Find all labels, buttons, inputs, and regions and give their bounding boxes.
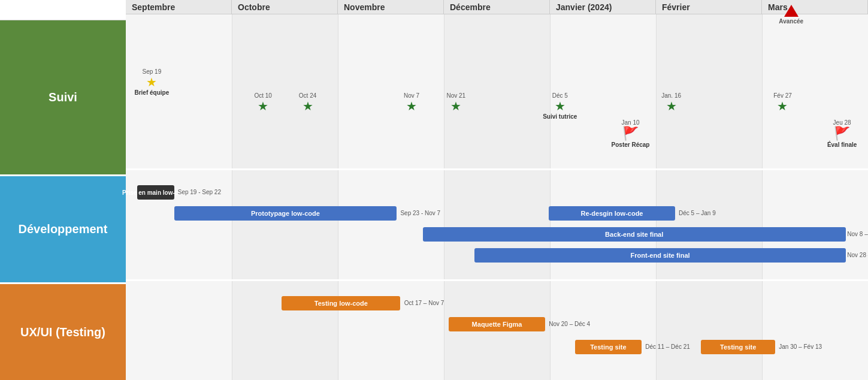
bar-date-outside-1: Sep 23 - Nov 7 [400, 206, 440, 221]
grid-line-4 [550, 14, 551, 168]
dev-bar-1: Prototypage low-code [174, 206, 397, 221]
milestone-7: Fév 27 ★ [773, 92, 792, 113]
milestone-date-9: Jeu 28 [833, 119, 851, 126]
bar-date-outside-2: Déc 5 – Jan 9 [679, 206, 716, 221]
section-ux: Testing low-codeOct 17 – Nov 7Maquette F… [126, 281, 868, 380]
star-green-icon: ★ [555, 99, 565, 113]
star-gold-icon: ★ [146, 75, 157, 89]
col-bg-1 [232, 14, 338, 168]
flag-icon: 🚩 [622, 126, 639, 141]
ux-bar-label-0: Testing low-code [310, 300, 373, 307]
months-row: SeptembreOctobreNovembreDécembreJanvier … [126, 0, 868, 14]
avancee-marker: Avancée [779, 5, 803, 25]
bar-date-outside-3: Nov 8 – Mar 26 [847, 227, 868, 242]
ux-bar-label-1: Maquette Figma [467, 321, 527, 328]
milestone-date-4: Nov 21 [447, 92, 466, 99]
star-green-icon: ★ [258, 99, 268, 113]
grid-line-6 [762, 170, 763, 279]
month-cell-1: Octobre [232, 0, 338, 14]
milestone-date-2: Oct 24 [299, 92, 316, 99]
star-green-icon: ★ [450, 99, 461, 113]
month-cell-5: Février [656, 0, 762, 14]
milestone-date-5: Déc 5 [552, 92, 568, 99]
star-green-icon: ★ [777, 99, 788, 113]
gantt-container: Suivi Développement UX/UI (Testing) Sept… [0, 0, 868, 380]
bar-date-outside-0: Sep 19 - Sep 22 [178, 185, 221, 200]
milestone-date-1: Oct 10 [254, 92, 271, 99]
milestone-3: Nov 7 ★ [404, 92, 419, 113]
milestone-2: Oct 24 ★ [299, 92, 316, 113]
dev-bar-0: Prise en main low-code [137, 185, 174, 200]
month-cell-4: Janvier (2024) [550, 0, 656, 14]
label-header [0, 0, 126, 20]
ux-bar-date-1: Nov 20 – Déc 4 [549, 317, 590, 331]
col-bg-3 [444, 170, 550, 279]
milestone-date-7: Fév 27 [773, 92, 792, 99]
milestone-1: Oct 10 ★ [254, 92, 271, 113]
ux-bar-label-2: Testing site [585, 343, 631, 351]
label-ux: UX/UI (Testing) [0, 284, 126, 380]
bar-label-1: Prototypage low-code [246, 210, 325, 217]
ux-bar-2: Testing site [575, 340, 642, 354]
milestone-label-5: Suivi tutrice [543, 113, 577, 120]
milestone-label-8: Poster Récap [612, 141, 650, 148]
gantt-content: Sep 19 ★ Brief équipe Oct 10 ★ Oct 24 ★ … [126, 14, 868, 380]
label-suivi: Suivi [0, 20, 126, 176]
grid-line-4 [550, 170, 551, 279]
bar-label-2: Re-desgin low-code [576, 210, 648, 217]
milestone-0: Sep 19 ★ Brief équipe [134, 68, 169, 96]
star-green-icon: ★ [406, 99, 417, 113]
grid-line-2 [338, 170, 338, 279]
dev-bar-3: Back-end site final [423, 227, 846, 242]
ux-bar-0: Testing low-code [282, 296, 400, 310]
col-bg-1 [232, 170, 338, 279]
col-bg-5 [656, 170, 762, 279]
label-dev: Développement [0, 176, 126, 284]
col-bg-5 [656, 14, 762, 168]
milestone-label-0: Brief équipe [134, 89, 169, 96]
dev-bar-2: Re-desgin low-code [549, 206, 675, 221]
bar-date-outside-4: Nov 28 – Mar 26 [847, 248, 868, 263]
milestone-8: Jan 10 🚩 Poster Récap [612, 119, 650, 148]
col-bg-5 [656, 281, 762, 380]
month-cell-2: Novembre [338, 0, 444, 14]
gantt-grid: SeptembreOctobreNovembreDécembreJanvier … [126, 0, 868, 380]
grid-line-6 [762, 14, 763, 168]
ux-bar-label-3: Testing site [715, 343, 761, 351]
milestone-label-9: Éval finale [827, 141, 857, 148]
avancee-triangle [784, 5, 799, 17]
col-bg-3 [444, 14, 550, 168]
section-suivi: Sep 19 ★ Brief équipe Oct 10 ★ Oct 24 ★ … [126, 14, 868, 170]
milestone-6: Jan. 16 ★ [661, 92, 681, 113]
star-green-icon: ★ [303, 99, 313, 113]
ux-bar-date-3: Jan 30 – Fév 13 [779, 340, 822, 354]
bar-label-4: Front-end site final [626, 252, 695, 259]
dev-bar-4: Front-end site final [474, 248, 846, 263]
star-green-icon: ★ [666, 99, 677, 113]
ux-bar-1: Maquette Figma [449, 317, 545, 331]
month-cell-6: Mars [762, 0, 868, 14]
milestone-5: Déc 5 ★ Suivi tutrice [543, 92, 577, 120]
flag-icon: 🚩 [834, 126, 850, 141]
milestone-4: Nov 21 ★ [447, 92, 466, 113]
grid-line-2 [338, 14, 338, 168]
milestone-9: Jeu 28 🚩 Éval finale [827, 119, 857, 148]
ux-bar-date-2: Déc 11 – Déc 21 [645, 340, 690, 354]
grid-line-6 [762, 281, 763, 380]
ux-bar-date-0: Oct 17 – Nov 7 [404, 296, 444, 310]
section-dev: Prise en main low-codePrototypage low-co… [126, 170, 868, 281]
bar-label-3: Back-end site final [600, 231, 668, 238]
ux-bar-3: Testing site [701, 340, 775, 354]
month-cell-0: Septembre [126, 0, 232, 14]
milestone-date-6: Jan. 16 [661, 92, 681, 99]
milestone-date-3: Nov 7 [404, 92, 419, 99]
avancee-label: Avancée [779, 18, 803, 25]
month-cell-3: Décembre [444, 0, 550, 14]
row-labels: Suivi Développement UX/UI (Testing) [0, 0, 126, 380]
milestone-date-8: Jan 10 [621, 119, 639, 126]
milestone-date-0: Sep 19 [143, 68, 162, 75]
